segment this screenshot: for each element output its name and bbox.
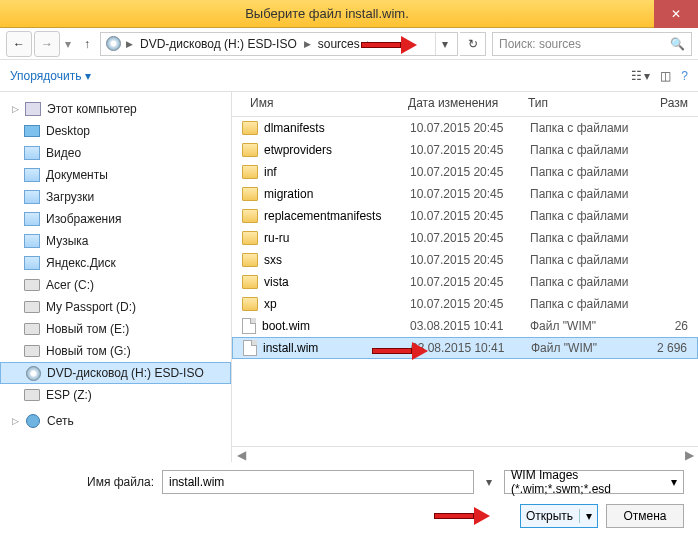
sidebar-network[interactable]: ▷ Сеть — [0, 410, 231, 432]
list-icon: ☷ — [631, 69, 642, 83]
sidebar-item[interactable]: Видео — [0, 142, 231, 164]
sidebar-item[interactable]: Музыка — [0, 230, 231, 252]
file-type: Файл "WIM" — [531, 341, 651, 355]
close-icon: ✕ — [671, 7, 681, 21]
arrow-left-icon: ← — [13, 37, 25, 51]
file-icon — [243, 340, 257, 356]
chevron-right-icon: ▶ — [301, 39, 314, 49]
lib-icon — [24, 145, 40, 161]
file-name: boot.wim — [262, 319, 310, 333]
split-dropdown-icon[interactable]: ▾ — [579, 509, 592, 523]
file-date: 03.08.2015 10:41 — [410, 319, 530, 333]
folder-row[interactable]: ru-ru10.07.2015 20:45Папка с файлами — [232, 227, 698, 249]
breadcrumb[interactable]: ▶ DVD-дисковод (H:) ESD-ISO ▶ sources ▶ … — [100, 32, 458, 56]
forward-button[interactable]: → — [34, 31, 60, 57]
cancel-button[interactable]: Отмена — [606, 504, 684, 528]
folder-icon — [242, 231, 258, 245]
folder-icon — [242, 253, 258, 267]
drive-icon — [24, 321, 40, 337]
scroll-right-icon[interactable]: ▶ — [682, 448, 696, 462]
lib-icon — [24, 189, 40, 205]
arrow-up-icon: ↑ — [84, 37, 90, 51]
sidebar-item[interactable]: Новый том (E:) — [0, 318, 231, 340]
file-name: migration — [264, 187, 313, 201]
file-type: Папка с файлами — [530, 275, 650, 289]
search-input[interactable]: Поиск: sources 🔍 — [492, 32, 692, 56]
folder-icon — [242, 275, 258, 289]
folder-icon — [242, 165, 258, 179]
file-type: Папка с файлами — [530, 297, 650, 311]
sidebar-this-pc[interactable]: ▷ Этот компьютер — [0, 98, 231, 120]
column-date[interactable]: Дата изменения — [400, 96, 520, 110]
filename-input[interactable] — [162, 470, 474, 494]
folder-row[interactable]: migration10.07.2015 20:45Папка с файлами — [232, 183, 698, 205]
file-type: Папка с файлами — [530, 165, 650, 179]
breadcrumb-dropdown[interactable]: ▾ — [435, 33, 453, 55]
breadcrumb-item[interactable]: DVD-дисковод (H:) ESD-ISO — [138, 37, 299, 51]
chevron-right-icon: ▶ — [364, 39, 377, 49]
sidebar-item[interactable]: DVD-дисковод (H:) ESD-ISO — [0, 362, 231, 384]
sidebar-item[interactable]: Новый том (G:) — [0, 340, 231, 362]
preview-pane-button[interactable]: ◫ — [660, 69, 671, 83]
title-bar: Выберите файл install.wim. ✕ — [0, 0, 698, 28]
open-button[interactable]: Открыть ▾ — [520, 504, 598, 528]
filter-label: WIM Images (*.wim;*.swm;*.esd — [511, 468, 671, 496]
sidebar-item[interactable]: Яндекс.Диск — [0, 252, 231, 274]
sidebar-item[interactable]: ESP (Z:) — [0, 384, 231, 406]
pc-icon — [25, 101, 41, 117]
sidebar-item[interactable]: Acer (C:) — [0, 274, 231, 296]
chevron-down-icon: ▾ — [486, 475, 492, 489]
view-options-button[interactable]: ☷▾ — [631, 69, 650, 83]
file-type-filter[interactable]: WIM Images (*.wim;*.swm;*.esd ▾ — [504, 470, 684, 494]
file-date: 10.07.2015 20:45 — [410, 209, 530, 223]
chevron-right-icon: ▶ — [123, 39, 136, 49]
sidebar-label: Изображения — [46, 212, 121, 226]
column-name[interactable]: Имя — [232, 96, 400, 110]
file-date: 10.07.2015 20:45 — [410, 187, 530, 201]
sidebar-label: Новый том (G:) — [46, 344, 131, 358]
sidebar-label: My Passport (D:) — [46, 300, 136, 314]
sidebar-item[interactable]: My Passport (D:) — [0, 296, 231, 318]
folder-row[interactable]: vista10.07.2015 20:45Папка с файлами — [232, 271, 698, 293]
filename-dropdown[interactable]: ▾ — [482, 475, 496, 489]
folder-row[interactable]: etwproviders10.07.2015 20:45Папка с файл… — [232, 139, 698, 161]
file-type: Файл "WIM" — [530, 319, 650, 333]
folder-row[interactable]: dlmanifests10.07.2015 20:45Папка с файла… — [232, 117, 698, 139]
file-list[interactable]: dlmanifests10.07.2015 20:45Папка с файла… — [232, 117, 698, 446]
column-type[interactable]: Тип — [520, 96, 640, 110]
history-dropdown[interactable]: ▾ — [62, 37, 74, 51]
folder-icon — [242, 297, 258, 311]
expand-icon: ▷ — [12, 104, 19, 114]
folder-row[interactable]: inf10.07.2015 20:45Папка с файлами — [232, 161, 698, 183]
close-button[interactable]: ✕ — [654, 0, 698, 28]
sidebar-label: Яндекс.Диск — [46, 256, 116, 270]
file-row[interactable]: install.wim03.08.2015 10:41Файл "WIM"2 6… — [232, 337, 698, 359]
folder-row[interactable]: sxs10.07.2015 20:45Папка с файлами — [232, 249, 698, 271]
folder-row[interactable]: xp10.07.2015 20:45Папка с файлами — [232, 293, 698, 315]
navigation-sidebar[interactable]: ▷ Этот компьютер DesktopВидеоДокументыЗа… — [0, 92, 232, 462]
horizontal-scrollbar[interactable]: ◀ ▶ — [232, 446, 698, 462]
back-button[interactable]: ← — [6, 31, 32, 57]
sidebar-item[interactable]: Изображения — [0, 208, 231, 230]
main-area: ▷ Этот компьютер DesktopВидеоДокументыЗа… — [0, 92, 698, 462]
sidebar-item[interactable]: Desktop — [0, 120, 231, 142]
file-name: sxs — [264, 253, 282, 267]
sidebar-label: Новый том (E:) — [46, 322, 129, 336]
column-headers[interactable]: Имя Дата изменения Тип Разм — [232, 92, 698, 117]
help-button[interactable]: ? — [681, 69, 688, 83]
lib-icon — [24, 233, 40, 249]
folder-row[interactable]: replacementmanifests10.07.2015 20:45Папк… — [232, 205, 698, 227]
refresh-button[interactable]: ↻ — [460, 32, 486, 56]
file-row[interactable]: boot.wim03.08.2015 10:41Файл "WIM"26 — [232, 315, 698, 337]
scroll-left-icon[interactable]: ◀ — [234, 448, 248, 462]
column-size[interactable]: Разм — [640, 96, 698, 110]
up-button[interactable]: ↑ — [76, 33, 98, 55]
sidebar-item[interactable]: Загрузки — [0, 186, 231, 208]
sidebar-label: Документы — [46, 168, 108, 182]
sidebar-item[interactable]: Документы — [0, 164, 231, 186]
organize-menu[interactable]: Упорядочить ▾ — [10, 69, 91, 83]
folder-icon — [242, 121, 258, 135]
file-size: 2 696 — [651, 341, 697, 355]
file-date: 03.08.2015 10:41 — [411, 341, 531, 355]
breadcrumb-item[interactable]: sources — [316, 37, 362, 51]
